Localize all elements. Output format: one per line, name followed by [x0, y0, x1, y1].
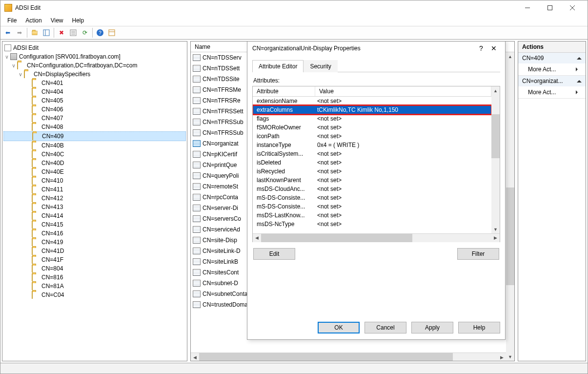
- help-button[interactable]: Help: [458, 322, 500, 333]
- more-actions-link[interactable]: More Act...: [518, 63, 586, 75]
- scroll-thumb[interactable]: [261, 234, 412, 242]
- tree-item[interactable]: CN=412: [3, 194, 186, 203]
- apply-button[interactable]: Apply: [411, 322, 453, 333]
- tree-item[interactable]: CN=816: [3, 273, 186, 282]
- tree-item[interactable]: CN=416: [3, 229, 186, 238]
- help-icon[interactable]: ?: [475, 44, 487, 52]
- action-section-org[interactable]: CN=organizat...: [518, 76, 586, 86]
- tree-item[interactable]: CN=405: [3, 96, 186, 105]
- tree-item[interactable]: CN=81A: [3, 282, 186, 291]
- view-button[interactable]: [106, 27, 117, 38]
- scroll-right-icon[interactable]: ▶: [491, 234, 500, 242]
- more-actions-link[interactable]: More Act...: [518, 86, 586, 98]
- tree-item[interactable]: CN=41F: [3, 255, 186, 264]
- attribute-row[interactable]: mS-DS-Consiste...<not set>: [253, 193, 491, 202]
- tree-item[interactable]: CN=411: [3, 185, 186, 194]
- tree-item[interactable]: CN=419: [3, 238, 186, 247]
- dialog-titlebar[interactable]: CN=organizationalUnit-Display Properties…: [247, 41, 505, 57]
- scroll-down-icon[interactable]: ▼: [491, 225, 500, 233]
- expander-icon[interactable]: v: [10, 63, 17, 68]
- scroll-thumb[interactable]: [506, 187, 514, 285]
- action-section-409[interactable]: CN=409: [518, 53, 586, 63]
- tree-item[interactable]: CN=414: [3, 211, 186, 220]
- scroll-left-icon[interactable]: ◀: [253, 234, 261, 242]
- h-scrollbar[interactable]: ◀ ▶: [191, 353, 506, 361]
- close-button[interactable]: [561, 0, 584, 15]
- help-button[interactable]: ?: [95, 27, 105, 38]
- properties-button[interactable]: [68, 27, 79, 38]
- tree[interactable]: ADSI Edit vConfiguration [SRV001.firatbo…: [2, 42, 187, 361]
- maximize-button[interactable]: [539, 0, 561, 15]
- refresh-button[interactable]: ⟳: [80, 27, 90, 38]
- attribute-row[interactable]: mS-DS-Consiste...<not set>: [253, 202, 491, 211]
- scroll-thumb[interactable]: [491, 114, 500, 158]
- close-icon[interactable]: ✕: [487, 44, 500, 52]
- expander-icon[interactable]: v: [17, 72, 24, 77]
- tree-item[interactable]: CN=41D: [3, 247, 186, 255]
- menu-help[interactable]: Help: [68, 16, 88, 25]
- tree-item[interactable]: CN=410: [3, 176, 186, 185]
- attribute-row[interactable]: iconPath<not set>: [253, 132, 491, 141]
- col-value[interactable]: Value: [315, 86, 491, 96]
- tree-item[interactable]: CN=415: [3, 220, 186, 229]
- tree-item[interactable]: CN=40E: [3, 167, 186, 176]
- attribute-row[interactable]: flags<not set>: [253, 114, 491, 123]
- menu-action[interactable]: Action: [21, 16, 45, 25]
- scroll-right-icon[interactable]: ▶: [498, 353, 506, 361]
- scroll-up-icon[interactable]: ▲: [506, 52, 514, 61]
- scroll-left-icon[interactable]: ◀: [191, 353, 199, 361]
- ok-button[interactable]: OK: [318, 322, 360, 333]
- attribute-row[interactable]: instanceType0x4 = ( WRITE ): [253, 141, 491, 149]
- attribute-row[interactable]: msDS-NcType<not set>: [253, 220, 491, 229]
- forward-button[interactable]: ➡: [14, 27, 25, 38]
- v-scrollbar[interactable]: ▲ ▼: [506, 52, 514, 361]
- show-hide-tree-button[interactable]: [41, 27, 52, 38]
- tree-item[interactable]: CN=804: [3, 264, 186, 273]
- tree-item[interactable]: CN=409: [3, 131, 186, 141]
- tree-item[interactable]: CN=401: [3, 79, 186, 87]
- tree-item[interactable]: CN=406: [3, 105, 186, 114]
- tree-item[interactable]: CN=C04: [3, 291, 186, 299]
- menu-view[interactable]: View: [47, 16, 67, 25]
- grid-body[interactable]: extensionName<not set>extraColumnstCKiml…: [253, 97, 491, 233]
- tree-root[interactable]: ADSI Edit: [3, 43, 186, 52]
- attribute-row[interactable]: lastKnownParent<not set>: [253, 176, 491, 185]
- attribute-row[interactable]: msDS-CloudAnc...<not set>: [253, 185, 491, 193]
- tree-item[interactable]: CN=404: [3, 87, 186, 96]
- attribute-row[interactable]: isRecycled<not set>: [253, 167, 491, 176]
- attribute-row[interactable]: msDS-LastKnow...<not set>: [253, 211, 491, 220]
- attribute-row[interactable]: extensionName<not set>: [253, 97, 491, 105]
- tree-displayspecifiers[interactable]: vCN=DisplaySpecifiers: [3, 70, 186, 79]
- tree-item[interactable]: CN=40D: [3, 159, 186, 167]
- grid-header[interactable]: Attribute Value: [253, 86, 491, 97]
- tree-item[interactable]: CN=40B: [3, 141, 186, 150]
- back-button[interactable]: ⬅: [2, 27, 13, 38]
- attribute-row[interactable]: isDeleted<not set>: [253, 158, 491, 167]
- tree-item[interactable]: CN=407: [3, 114, 186, 123]
- tree-item[interactable]: CN=408: [3, 123, 186, 131]
- tree-item[interactable]: CN=413: [3, 203, 186, 211]
- up-button[interactable]: [29, 27, 40, 38]
- cancel-button[interactable]: Cancel: [365, 322, 406, 333]
- tree-item[interactable]: CN=40C: [3, 150, 186, 159]
- tab-attribute-editor[interactable]: Attribute Editor: [252, 60, 304, 72]
- menu-file[interactable]: File: [3, 16, 20, 25]
- delete-button[interactable]: ✖: [56, 27, 67, 38]
- scroll-up-icon[interactable]: ▲: [491, 86, 500, 95]
- tree-cn-configuration[interactable]: vCN=Configuration,DC=firatboyan,DC=com: [3, 61, 186, 70]
- attribute-row[interactable]: fSMORoleOwner<not set>: [253, 123, 491, 132]
- col-attribute[interactable]: Attribute: [253, 86, 315, 96]
- tab-security[interactable]: Security: [304, 60, 337, 72]
- grid-v-scrollbar[interactable]: ▲ ▼: [491, 86, 500, 233]
- scroll-thumb[interactable]: [199, 353, 453, 361]
- adsi-icon: [4, 44, 11, 51]
- minimize-button[interactable]: [516, 0, 539, 15]
- edit-button[interactable]: Edit: [253, 248, 295, 260]
- tree-config[interactable]: vConfiguration [SRV001.firatboyan.com]: [3, 52, 186, 61]
- attribute-row[interactable]: extraColumnstCKimlikNo,TC Kimlik No,1,15…: [253, 105, 491, 114]
- scroll-down-icon[interactable]: ▼: [506, 353, 514, 361]
- filter-button[interactable]: Filter: [457, 248, 499, 260]
- attribute-row[interactable]: isCriticalSystem...<not set>: [253, 149, 491, 158]
- expander-icon[interactable]: v: [3, 54, 10, 60]
- grid-h-scrollbar[interactable]: ◀ ▶: [253, 233, 500, 242]
